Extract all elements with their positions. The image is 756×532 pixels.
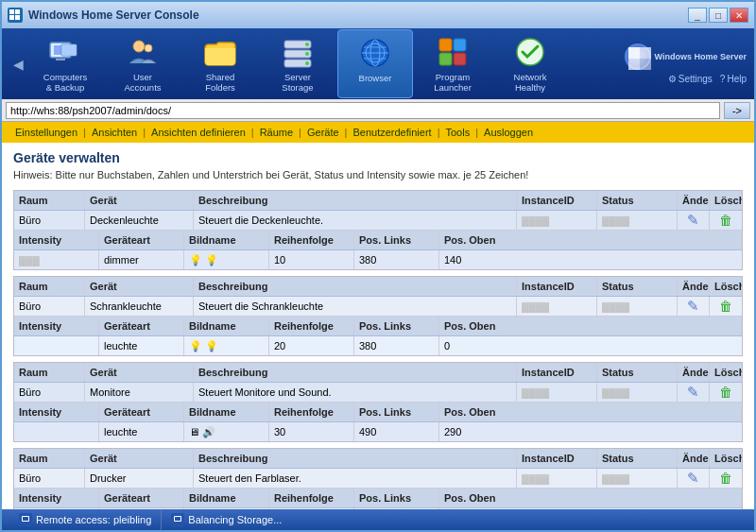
nav-label-server-storage: ServerStorage xyxy=(282,72,313,94)
col-instanceid-header: InstanceID xyxy=(517,449,597,468)
device-geraeteart-2: leuchte xyxy=(99,422,184,441)
device-instanceid-2: ▓▓▓▓ xyxy=(517,383,597,402)
nav-item-browser[interactable]: Browser xyxy=(337,29,413,99)
device-status-3: ▓▓▓▓ xyxy=(597,469,678,488)
nav-back-arrow[interactable]: ◀ xyxy=(9,53,27,76)
menu-ausloggen[interactable]: Ausloggen xyxy=(478,122,539,143)
device-pos-oben-1: 0 xyxy=(439,336,524,355)
nav-label-browser: Browser xyxy=(359,73,392,83)
edit-icon-0[interactable]: ✎ xyxy=(687,212,699,229)
server-storage-icon xyxy=(281,35,315,69)
col-loeschen-header: Löschen xyxy=(710,277,742,296)
user-accounts-icon xyxy=(126,35,160,69)
go-button[interactable]: -> xyxy=(724,102,750,119)
col-reihenfolge-header: Reihenfolge xyxy=(269,403,354,421)
device-edit-btn-3[interactable]: ✎ xyxy=(678,469,710,488)
device-edit-btn-2[interactable]: ✎ xyxy=(678,383,710,402)
settings-button[interactable]: ⚙ Settings xyxy=(668,74,713,84)
col-bildname-header: Bildname xyxy=(184,489,269,507)
window-title: Windows Home Server Console xyxy=(28,9,199,22)
intensity-data-row-1: leuchte 💡 💡 20 380 0 xyxy=(14,336,742,355)
edit-icon-2[interactable]: ✎ xyxy=(687,384,699,401)
delete-icon-0[interactable]: 🗑 xyxy=(719,213,732,228)
col-aendern-header: Ändern xyxy=(678,277,710,296)
col-beschreibung-header: Beschreibung xyxy=(194,449,517,468)
minimize-button[interactable]: _ xyxy=(688,8,707,23)
menu-ansichten-definieren[interactable]: Ansichten definieren xyxy=(146,122,251,143)
device-data-row-2: Büro Monitore Steuert Monitore und Sound… xyxy=(14,383,742,403)
col-instanceid-header: InstanceID xyxy=(517,277,597,296)
intensity-data-row-0: ▓▓▓ dimmer 💡 💡 10 380 140 xyxy=(14,250,742,269)
col-pos-oben-header: Pos. Oben xyxy=(439,317,524,335)
maximize-button[interactable]: □ xyxy=(709,8,728,23)
svg-rect-23 xyxy=(439,39,452,51)
col-pos-links-header: Pos. Links xyxy=(354,489,439,507)
device-bildname-0: 💡 💡 xyxy=(184,250,269,269)
col-loeschen-header: Löschen xyxy=(710,363,742,382)
intensity-data-row-2: leuchte 🖥 🔊 30 490 290 xyxy=(14,422,742,441)
device-delete-btn-0[interactable]: 🗑 xyxy=(710,211,742,230)
edit-icon-1[interactable]: ✎ xyxy=(687,298,699,315)
delete-icon-3[interactable]: 🗑 xyxy=(719,471,732,486)
browser-icon xyxy=(358,36,392,70)
status-remote-access: Remote access: pleibling xyxy=(9,509,162,530)
menu-raeume[interactable]: Räume xyxy=(254,122,299,143)
help-button[interactable]: ? Help xyxy=(720,74,747,84)
device-pos-links-1: 380 xyxy=(354,336,439,355)
col-geraet-header: Gerät xyxy=(85,191,194,210)
delete-icon-2[interactable]: 🗑 xyxy=(719,385,732,400)
program-launcher-icon xyxy=(436,35,470,69)
device-delete-btn-3[interactable]: 🗑 xyxy=(710,469,742,488)
content-area: Geräte verwalten Hinweis: Bitte nur Buch… xyxy=(2,143,754,509)
nav-actions: ⚙ Settings ? Help xyxy=(668,74,747,84)
nav-item-server-storage[interactable]: ServerStorage xyxy=(260,29,335,99)
device-edit-btn-0[interactable]: ✎ xyxy=(678,211,710,230)
col-geraet-header: Gerät xyxy=(85,277,194,296)
device-data-row-0: Büro Deckenleuchte Steuert die Deckenleu… xyxy=(14,211,742,231)
menu-ansichten[interactable]: Ansichten xyxy=(86,122,143,143)
nav-item-shared-folders[interactable]: SharedFolders xyxy=(182,29,258,99)
intensity-header-row-3: Intensity Geräteart Bildname Reihenfolge… xyxy=(14,489,742,508)
nav-item-program-launcher[interactable]: ProgramLauncher xyxy=(415,29,490,99)
col-geraeteart-header: Geräteart xyxy=(99,231,184,249)
close-button[interactable]: ✕ xyxy=(730,8,748,23)
col-status-header: Status xyxy=(597,277,678,296)
col-intensity-header: Intensity xyxy=(14,317,99,335)
device-raum-2: Büro xyxy=(14,383,85,402)
device-pos-links-2: 490 xyxy=(354,422,439,441)
menu-benutzerdefiniert[interactable]: Benutzerdefiniert xyxy=(347,122,437,143)
device-delete-btn-2[interactable]: 🗑 xyxy=(710,383,742,402)
nav-item-network-healthy[interactable]: NetworkHealthy xyxy=(492,29,568,99)
device-instanceid-3: ▓▓▓▓ xyxy=(517,469,597,488)
device-status-0: ▓▓▓▓ xyxy=(597,211,678,230)
col-geraeteart-header: Geräteart xyxy=(99,489,184,507)
menu-einstellungen[interactable]: Einstellungen xyxy=(9,122,83,143)
intensity-header-row-0: Intensity Geräteart Bildname Reihenfolge… xyxy=(14,231,742,250)
col-pos-links-header: Pos. Links xyxy=(354,403,439,421)
device-beschreibung-2: Steuert Monitore und Sound. xyxy=(194,383,517,402)
menu-tools[interactable]: Tools xyxy=(440,122,476,143)
menu-bar: Einstellungen | Ansichten | Ansichten de… xyxy=(2,122,754,143)
device-raum-3: Büro xyxy=(14,469,85,488)
nav-item-computers-backup[interactable]: Computers& Backup xyxy=(27,29,103,99)
device-geraet-3: Drucker xyxy=(85,469,194,488)
col-aendern-header: Ändern xyxy=(678,363,710,382)
delete-icon-1[interactable]: 🗑 xyxy=(719,299,732,314)
col-aendern-header: Ändern xyxy=(678,449,710,468)
device-header-row-3: Raum Gerät Beschreibung InstanceID Statu… xyxy=(14,449,742,469)
device-delete-btn-1[interactable]: 🗑 xyxy=(710,297,742,316)
device-geraet-1: Schrankleuchte xyxy=(85,297,194,316)
nav-right: Windows Home Server ⚙ Settings ? Help xyxy=(625,43,747,84)
menu-geraete[interactable]: Geräte xyxy=(301,122,345,143)
hint-text: Hinweis: Bitte nur Buchstaben, Zahlen un… xyxy=(13,169,743,180)
address-bar: -> xyxy=(2,99,754,122)
device-edit-btn-1[interactable]: ✎ xyxy=(678,297,710,316)
edit-icon-3[interactable]: ✎ xyxy=(687,470,699,487)
status-bar: Remote access: pleibling Balancing Stora… xyxy=(2,509,754,530)
svg-rect-1 xyxy=(15,9,20,14)
svg-rect-6 xyxy=(56,59,65,60)
device-bildname-1: 💡 💡 xyxy=(184,336,269,355)
col-status-header: Status xyxy=(597,191,678,210)
nav-item-user-accounts[interactable]: UserAccounts xyxy=(105,29,180,99)
address-input[interactable] xyxy=(6,102,720,119)
